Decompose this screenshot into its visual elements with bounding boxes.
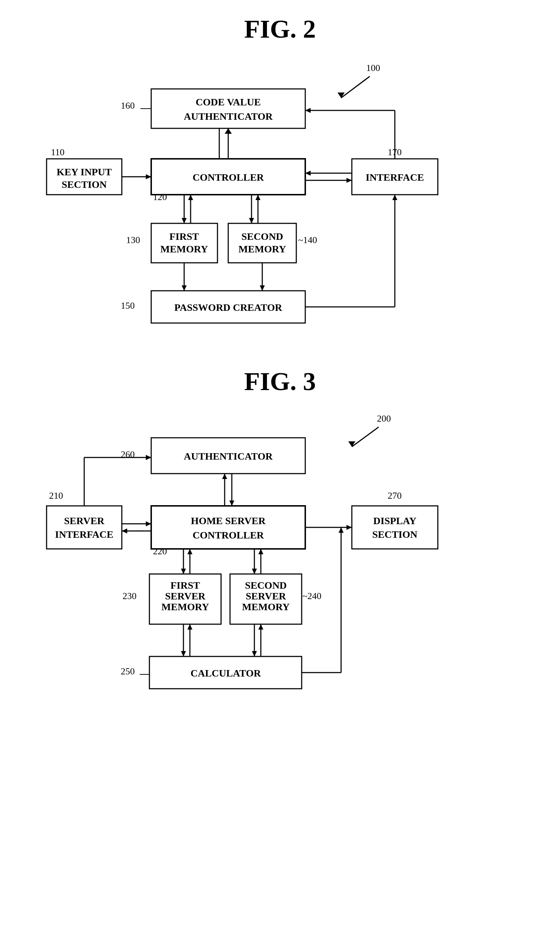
si-label-1: SERVER [64,515,104,526]
home-server-controller-box [151,506,305,549]
svg-marker-45 [181,569,186,574]
password-creator-label: PASSWORD CREATOR [174,302,282,313]
calculator-label: CALCULATOR [190,668,261,679]
ref-130: 130 [126,235,140,245]
svg-marker-58 [252,651,257,656]
svg-marker-1 [338,92,345,98]
ds-label-2: SECTION [372,529,417,540]
svg-marker-4 [225,128,232,134]
svg-marker-14 [305,108,311,113]
ref-260: 260 [121,449,135,460]
svg-marker-41 [122,528,127,533]
controller-label: CONTROLLER [192,172,264,183]
display-section-box [352,506,438,549]
page: FIG. 2 100 CODE VALUE AUTHENTICATOR 160 … [0,0,560,930]
hsc-label-2: CONTROLLER [192,530,264,540]
first-memory-label-2: MEMORY [160,243,208,254]
svg-marker-29 [392,195,397,200]
fsm-label-1: FIRST [170,580,200,591]
second-memory-label-2: MEMORY [238,243,286,254]
ref-120: 120 [153,192,167,202]
ref-100: 100 [366,63,380,73]
svg-marker-37 [229,500,234,506]
ref-230: 230 [123,591,137,601]
key-input-label-2: SECTION [61,179,106,190]
svg-marker-18 [188,195,193,200]
svg-marker-63 [146,455,151,460]
ref-200: 200 [377,413,391,424]
ref-210: 210 [49,490,63,501]
svg-marker-11 [347,178,352,183]
svg-marker-60 [258,624,263,630]
svg-marker-56 [187,624,192,630]
svg-marker-16 [182,218,187,223]
svg-marker-39 [146,521,151,526]
fsm-label-2: SERVER [165,590,205,602]
svg-marker-43 [347,525,352,530]
svg-marker-49 [252,569,257,574]
first-memory-label-1: FIRST [169,231,199,242]
ssm-label-3: MEMORY [242,601,290,612]
svg-marker-9 [305,171,311,176]
svg-marker-54 [181,651,186,656]
first-memory-box [151,223,218,263]
si-label-2: INTERFACE [55,529,113,540]
svg-marker-31 [348,441,355,447]
ref-110: 110 [51,147,64,157]
code-value-auth-label-1: CODE VALUE [196,97,261,108]
second-memory-label-1: SECOND [241,231,283,242]
ref-220: 220 [153,546,167,556]
authenticator-label: AUTHENTICATOR [184,451,273,462]
key-input-label-1: KEY INPUT [57,166,112,177]
svg-marker-20 [249,218,254,223]
svg-line-0 [341,76,370,98]
svg-marker-51 [258,549,263,554]
fig3-title: FIG. 3 [21,367,539,397]
svg-marker-22 [255,195,261,200]
code-value-authenticator-box [151,89,305,128]
svg-marker-24 [182,285,187,291]
interface-label: INTERFACE [365,172,424,183]
ssm-label-2: SERVER [245,590,286,602]
ref-270: 270 [388,490,402,501]
svg-marker-35 [222,474,227,479]
ssm-label-1: SECOND [245,580,287,591]
fsm-label-3: MEMORY [161,601,209,612]
ref-240: ~240 [302,591,321,601]
ref-250: 250 [121,666,135,676]
ref-140: ~140 [298,235,317,245]
hsc-label-1: HOME SERVER [190,515,265,526]
svg-marker-7 [146,174,151,179]
code-value-auth-label-2: AUTHENTICATOR [184,111,273,122]
fig2-diagram: 100 CODE VALUE AUTHENTICATOR 160 CONTROL… [21,51,539,345]
ds-label-1: DISPLAY [373,515,416,526]
fig3-diagram: 200 AUTHENTICATOR 260 HOME SERVER CONTRO… [21,404,539,780]
svg-marker-66 [339,527,344,533]
svg-marker-47 [187,549,192,554]
svg-marker-26 [260,285,265,291]
ref-160: 160 [121,100,135,111]
svg-line-30 [352,427,379,447]
server-interface-box [47,506,122,549]
fig2-title: FIG. 2 [21,14,539,44]
second-memory-box [228,223,296,263]
ref-150: 150 [121,300,135,311]
